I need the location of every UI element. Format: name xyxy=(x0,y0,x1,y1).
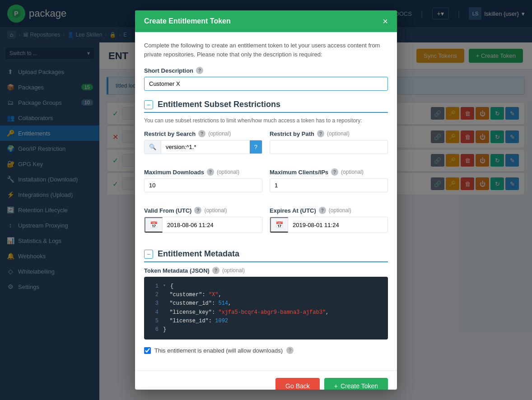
modal-description: Complete the following to create an enti… xyxy=(144,41,388,59)
short-description-group: Short Description ? xyxy=(144,67,388,91)
expires-at-group: Expires At (UTC) ? (optional) 📅 xyxy=(270,207,388,233)
token-metadata-group: Token Metadata (JSON) ? (optional) 1 ▾ {… xyxy=(144,267,388,340)
valid-from-optional: (optional) xyxy=(204,207,227,214)
restrict-path-label: Restrict by Path ? (optional) xyxy=(270,130,388,137)
restrict-path-input[interactable] xyxy=(270,140,388,154)
restrict-search-help-icon[interactable]: ? xyxy=(198,130,205,137)
subset-section-desc: You can use subset restrictions to limit… xyxy=(144,117,388,124)
restrict-path-group: Restrict by Path ? (optional) xyxy=(270,130,388,154)
restrict-path-help-icon[interactable]: ? xyxy=(317,130,324,137)
json-line: 1 ▾ { xyxy=(149,282,383,291)
expires-at-calendar-button[interactable]: 📅 xyxy=(270,217,288,233)
go-back-button[interactable]: Go Back xyxy=(275,378,320,390)
max-clients-group: Maximum Clients/IPs ? (optional) xyxy=(270,168,388,192)
subset-form-grid: Restrict by Search ? (optional) 🔍 ? Rest… xyxy=(144,130,388,240)
token-metadata-label: Token Metadata (JSON) ? (optional) xyxy=(144,267,388,274)
restrict-search-input-wrap: 🔍 ? xyxy=(144,140,262,154)
subset-collapse-button[interactable]: − xyxy=(144,100,153,109)
restrict-search-input[interactable] xyxy=(161,140,250,153)
create-token-label: Create Token xyxy=(341,382,378,390)
search-help-button[interactable]: ? xyxy=(250,140,262,153)
expires-at-help-icon[interactable]: ? xyxy=(319,207,326,214)
collapse-arrow-icon: ▾ xyxy=(163,282,166,291)
create-token-button[interactable]: + Create Token xyxy=(324,378,388,390)
expires-at-input-wrap: 📅 xyxy=(270,217,388,233)
max-downloads-optional: (optional) xyxy=(217,169,239,175)
valid-from-label: Valid From (UTC) ? (optional) xyxy=(144,207,262,214)
valid-from-input[interactable] xyxy=(163,217,262,233)
modal-title: Create Entitlement Token xyxy=(144,17,231,25)
enabled-checkbox-label: This entitlement is enabled (will allow … xyxy=(154,347,283,354)
max-downloads-help-icon[interactable]: ? xyxy=(207,168,214,176)
restrict-search-label: Restrict by Search ? (optional) xyxy=(144,130,262,137)
create-token-modal: Create Entitlement Token × Complete the … xyxy=(135,10,397,390)
modal-header: Create Entitlement Token × xyxy=(135,10,397,32)
restrict-path-optional: (optional) xyxy=(327,130,350,137)
metadata-section-title: Entitlement Metadata xyxy=(158,249,239,259)
expires-at-label: Expires At (UTC) ? (optional) xyxy=(270,207,388,214)
metadata-section-header: − Entitlement Metadata xyxy=(144,249,388,262)
valid-from-group: Valid From (UTC) ? (optional) 📅 xyxy=(144,207,262,233)
plus-icon: + xyxy=(334,382,338,390)
modal-close-button[interactable]: × xyxy=(383,17,388,26)
modal-footer: Go Back + Create Token xyxy=(135,370,397,390)
max-downloads-input[interactable] xyxy=(144,178,262,192)
valid-from-calendar-button[interactable]: 📅 xyxy=(145,217,163,233)
valid-from-help-icon[interactable]: ? xyxy=(194,207,201,214)
expires-at-optional: (optional) xyxy=(329,207,351,214)
max-downloads-label: Maximum Downloads ? (optional) xyxy=(144,168,262,176)
enabled-checkbox-row: This entitlement is enabled (will allow … xyxy=(144,347,388,354)
json-line: 5 "license_id": 1092 xyxy=(149,317,383,326)
modal-body: Complete the following to create an enti… xyxy=(135,32,397,370)
short-description-input[interactable] xyxy=(144,77,388,91)
max-clients-optional: (optional) xyxy=(341,169,364,175)
metadata-collapse-button[interactable]: − xyxy=(144,250,153,259)
max-downloads-group: Maximum Downloads ? (optional) xyxy=(144,168,262,192)
modal-overlay[interactable]: Create Entitlement Token × Complete the … xyxy=(0,0,532,400)
enabled-help-icon[interactable]: ? xyxy=(286,347,294,354)
json-editor[interactable]: 1 ▾ { 2 "customer": "X", 3 "customer_id"… xyxy=(144,277,388,340)
valid-from-input-wrap: 📅 xyxy=(144,217,262,233)
subset-section-title: Entitlement Subset Restrictions xyxy=(158,100,280,109)
enabled-checkbox[interactable] xyxy=(144,347,151,354)
restrict-search-group: Restrict by Search ? (optional) 🔍 ? xyxy=(144,130,262,154)
max-clients-label: Maximum Clients/IPs ? (optional) xyxy=(270,168,388,176)
short-description-help-icon[interactable]: ? xyxy=(196,67,203,74)
max-clients-input[interactable] xyxy=(270,178,388,192)
search-prefix-icon: 🔍 xyxy=(145,140,161,153)
json-line: 6 } xyxy=(149,326,383,334)
expires-at-input[interactable] xyxy=(288,217,387,233)
subset-section-header: − Entitlement Subset Restrictions xyxy=(144,100,388,113)
restrict-search-optional: (optional) xyxy=(208,130,231,137)
max-clients-help-icon[interactable]: ? xyxy=(331,168,338,176)
short-description-label: Short Description ? xyxy=(144,67,388,74)
json-line: 4 "license_key": "xjfa5-bcqr4-abgr9-bamn… xyxy=(149,308,383,317)
token-metadata-optional: (optional) xyxy=(222,267,245,274)
json-line: 2 "customer": "X", xyxy=(149,291,383,299)
json-line: 3 "customer_id": 514, xyxy=(149,299,383,308)
token-metadata-help-icon[interactable]: ? xyxy=(212,267,219,274)
